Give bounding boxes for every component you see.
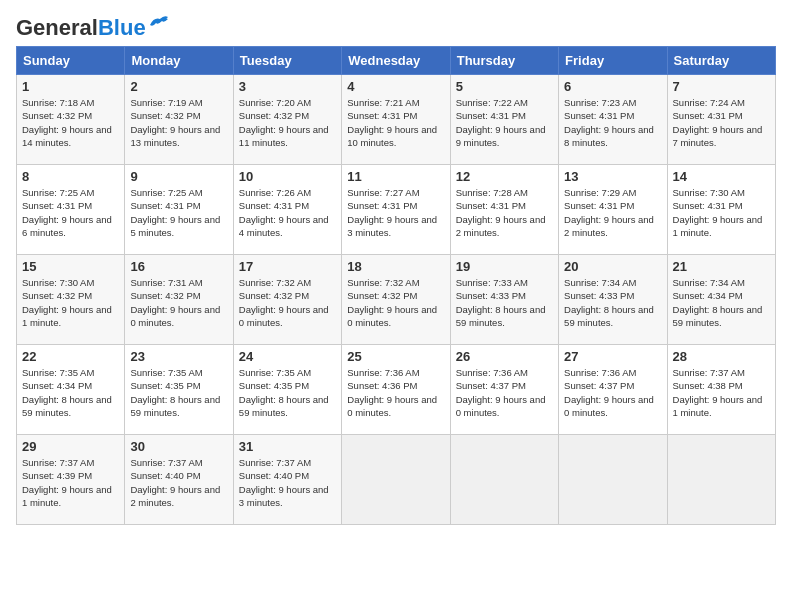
day-number: 25: [347, 349, 444, 364]
calendar-week-2: 8 Sunrise: 7:25 AMSunset: 4:31 PMDayligh…: [17, 165, 776, 255]
day-number: 10: [239, 169, 336, 184]
day-info: Sunrise: 7:18 AMSunset: 4:32 PMDaylight:…: [22, 97, 112, 148]
calendar-cell: 11 Sunrise: 7:27 AMSunset: 4:31 PMDaylig…: [342, 165, 450, 255]
calendar-cell: 15 Sunrise: 7:30 AMSunset: 4:32 PMDaylig…: [17, 255, 125, 345]
calendar-week-3: 15 Sunrise: 7:30 AMSunset: 4:32 PMDaylig…: [17, 255, 776, 345]
day-info: Sunrise: 7:36 AMSunset: 4:36 PMDaylight:…: [347, 367, 437, 418]
day-number: 15: [22, 259, 119, 274]
calendar-week-4: 22 Sunrise: 7:35 AMSunset: 4:34 PMDaylig…: [17, 345, 776, 435]
day-info: Sunrise: 7:37 AMSunset: 4:38 PMDaylight:…: [673, 367, 763, 418]
day-number: 11: [347, 169, 444, 184]
calendar-cell: [667, 435, 775, 525]
day-header-monday: Monday: [125, 47, 233, 75]
calendar-cell: 4 Sunrise: 7:21 AMSunset: 4:31 PMDayligh…: [342, 75, 450, 165]
day-number: 20: [564, 259, 661, 274]
calendar-cell: 29 Sunrise: 7:37 AMSunset: 4:39 PMDaylig…: [17, 435, 125, 525]
day-info: Sunrise: 7:31 AMSunset: 4:32 PMDaylight:…: [130, 277, 220, 328]
day-number: 9: [130, 169, 227, 184]
calendar-cell: 5 Sunrise: 7:22 AMSunset: 4:31 PMDayligh…: [450, 75, 558, 165]
day-number: 5: [456, 79, 553, 94]
calendar-cell: 25 Sunrise: 7:36 AMSunset: 4:36 PMDaylig…: [342, 345, 450, 435]
day-info: Sunrise: 7:30 AMSunset: 4:31 PMDaylight:…: [673, 187, 763, 238]
day-info: Sunrise: 7:37 AMSunset: 4:40 PMDaylight:…: [130, 457, 220, 508]
calendar-header-row: SundayMondayTuesdayWednesdayThursdayFrid…: [17, 47, 776, 75]
calendar-cell: 17 Sunrise: 7:32 AMSunset: 4:32 PMDaylig…: [233, 255, 341, 345]
logo: GeneralBlue: [16, 16, 170, 40]
day-header-saturday: Saturday: [667, 47, 775, 75]
calendar-cell: 9 Sunrise: 7:25 AMSunset: 4:31 PMDayligh…: [125, 165, 233, 255]
calendar-cell: 19 Sunrise: 7:33 AMSunset: 4:33 PMDaylig…: [450, 255, 558, 345]
calendar-cell: 21 Sunrise: 7:34 AMSunset: 4:34 PMDaylig…: [667, 255, 775, 345]
calendar-cell: 20 Sunrise: 7:34 AMSunset: 4:33 PMDaylig…: [559, 255, 667, 345]
day-info: Sunrise: 7:24 AMSunset: 4:31 PMDaylight:…: [673, 97, 763, 148]
day-info: Sunrise: 7:36 AMSunset: 4:37 PMDaylight:…: [456, 367, 546, 418]
day-number: 17: [239, 259, 336, 274]
day-header-wednesday: Wednesday: [342, 47, 450, 75]
day-number: 22: [22, 349, 119, 364]
day-info: Sunrise: 7:34 AMSunset: 4:33 PMDaylight:…: [564, 277, 654, 328]
day-info: Sunrise: 7:35 AMSunset: 4:35 PMDaylight:…: [239, 367, 329, 418]
day-number: 16: [130, 259, 227, 274]
day-info: Sunrise: 7:25 AMSunset: 4:31 PMDaylight:…: [22, 187, 112, 238]
day-info: Sunrise: 7:30 AMSunset: 4:32 PMDaylight:…: [22, 277, 112, 328]
day-number: 6: [564, 79, 661, 94]
calendar-cell: 7 Sunrise: 7:24 AMSunset: 4:31 PMDayligh…: [667, 75, 775, 165]
day-info: Sunrise: 7:36 AMSunset: 4:37 PMDaylight:…: [564, 367, 654, 418]
page-header: GeneralBlue: [16, 16, 776, 40]
day-number: 19: [456, 259, 553, 274]
day-number: 2: [130, 79, 227, 94]
day-info: Sunrise: 7:33 AMSunset: 4:33 PMDaylight:…: [456, 277, 546, 328]
day-number: 8: [22, 169, 119, 184]
day-number: 23: [130, 349, 227, 364]
day-header-thursday: Thursday: [450, 47, 558, 75]
day-info: Sunrise: 7:22 AMSunset: 4:31 PMDaylight:…: [456, 97, 546, 148]
day-info: Sunrise: 7:35 AMSunset: 4:35 PMDaylight:…: [130, 367, 220, 418]
day-info: Sunrise: 7:23 AMSunset: 4:31 PMDaylight:…: [564, 97, 654, 148]
calendar-cell: 30 Sunrise: 7:37 AMSunset: 4:40 PMDaylig…: [125, 435, 233, 525]
day-number: 24: [239, 349, 336, 364]
day-number: 3: [239, 79, 336, 94]
day-header-friday: Friday: [559, 47, 667, 75]
calendar-cell: [559, 435, 667, 525]
day-info: Sunrise: 7:27 AMSunset: 4:31 PMDaylight:…: [347, 187, 437, 238]
day-number: 30: [130, 439, 227, 454]
day-number: 13: [564, 169, 661, 184]
day-info: Sunrise: 7:34 AMSunset: 4:34 PMDaylight:…: [673, 277, 763, 328]
calendar-cell: 1 Sunrise: 7:18 AMSunset: 4:32 PMDayligh…: [17, 75, 125, 165]
bird-icon: [148, 15, 170, 33]
calendar-cell: 8 Sunrise: 7:25 AMSunset: 4:31 PMDayligh…: [17, 165, 125, 255]
calendar-cell: 18 Sunrise: 7:32 AMSunset: 4:32 PMDaylig…: [342, 255, 450, 345]
day-info: Sunrise: 7:19 AMSunset: 4:32 PMDaylight:…: [130, 97, 220, 148]
day-info: Sunrise: 7:37 AMSunset: 4:40 PMDaylight:…: [239, 457, 329, 508]
day-number: 27: [564, 349, 661, 364]
day-number: 12: [456, 169, 553, 184]
calendar-cell: 23 Sunrise: 7:35 AMSunset: 4:35 PMDaylig…: [125, 345, 233, 435]
calendar-cell: 3 Sunrise: 7:20 AMSunset: 4:32 PMDayligh…: [233, 75, 341, 165]
calendar-cell: 26 Sunrise: 7:36 AMSunset: 4:37 PMDaylig…: [450, 345, 558, 435]
calendar-cell: 27 Sunrise: 7:36 AMSunset: 4:37 PMDaylig…: [559, 345, 667, 435]
calendar-cell: 13 Sunrise: 7:29 AMSunset: 4:31 PMDaylig…: [559, 165, 667, 255]
calendar-cell: 24 Sunrise: 7:35 AMSunset: 4:35 PMDaylig…: [233, 345, 341, 435]
calendar-cell: 12 Sunrise: 7:28 AMSunset: 4:31 PMDaylig…: [450, 165, 558, 255]
calendar-cell: 28 Sunrise: 7:37 AMSunset: 4:38 PMDaylig…: [667, 345, 775, 435]
calendar-cell: 10 Sunrise: 7:26 AMSunset: 4:31 PMDaylig…: [233, 165, 341, 255]
day-info: Sunrise: 7:25 AMSunset: 4:31 PMDaylight:…: [130, 187, 220, 238]
calendar-table: SundayMondayTuesdayWednesdayThursdayFrid…: [16, 46, 776, 525]
day-info: Sunrise: 7:28 AMSunset: 4:31 PMDaylight:…: [456, 187, 546, 238]
day-number: 21: [673, 259, 770, 274]
calendar-cell: [450, 435, 558, 525]
day-number: 18: [347, 259, 444, 274]
calendar-cell: 14 Sunrise: 7:30 AMSunset: 4:31 PMDaylig…: [667, 165, 775, 255]
calendar-week-5: 29 Sunrise: 7:37 AMSunset: 4:39 PMDaylig…: [17, 435, 776, 525]
calendar-week-1: 1 Sunrise: 7:18 AMSunset: 4:32 PMDayligh…: [17, 75, 776, 165]
day-info: Sunrise: 7:32 AMSunset: 4:32 PMDaylight:…: [347, 277, 437, 328]
day-info: Sunrise: 7:32 AMSunset: 4:32 PMDaylight:…: [239, 277, 329, 328]
day-info: Sunrise: 7:29 AMSunset: 4:31 PMDaylight:…: [564, 187, 654, 238]
calendar-cell: 16 Sunrise: 7:31 AMSunset: 4:32 PMDaylig…: [125, 255, 233, 345]
day-header-sunday: Sunday: [17, 47, 125, 75]
day-info: Sunrise: 7:20 AMSunset: 4:32 PMDaylight:…: [239, 97, 329, 148]
day-info: Sunrise: 7:26 AMSunset: 4:31 PMDaylight:…: [239, 187, 329, 238]
day-number: 29: [22, 439, 119, 454]
day-number: 28: [673, 349, 770, 364]
day-number: 7: [673, 79, 770, 94]
